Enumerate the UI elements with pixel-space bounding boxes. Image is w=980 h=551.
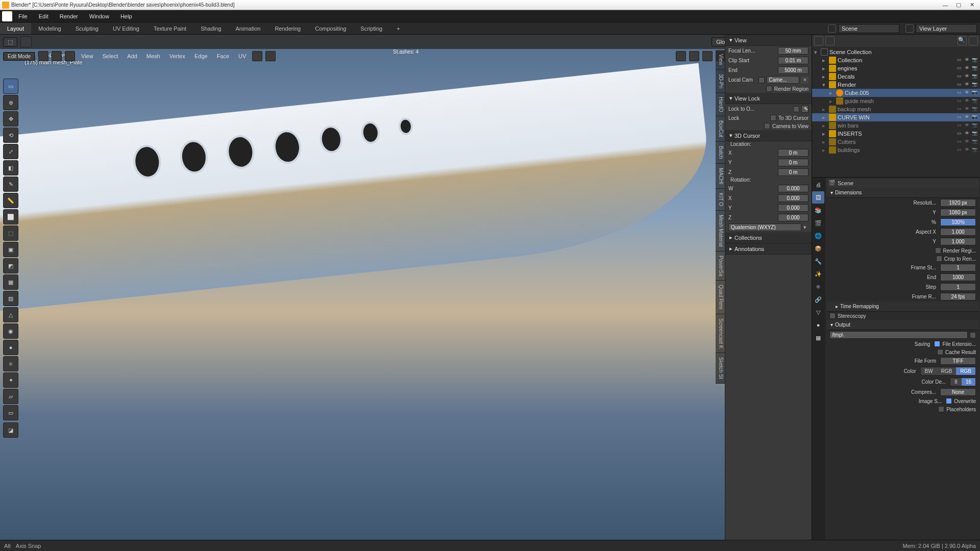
restrict-select-icon[interactable]: ▭ — [956, 106, 963, 113]
restrict-viewport-icon[interactable]: 👁 — [964, 73, 970, 80]
rotx-value[interactable]: 0.000 — [778, 194, 808, 202]
ptab-physics-icon[interactable]: ⚛ — [812, 281, 824, 293]
restrict-render-icon[interactable]: 📷 — [971, 131, 978, 137]
restrict-viewport-icon[interactable]: 👁 — [964, 122, 970, 129]
outliner-item[interactable]: ▸backup mesh▭👁📷 — [812, 105, 980, 113]
editor-type-dropdown[interactable]: ⬚ — [3, 37, 17, 47]
outliner-item[interactable]: ▸Cutters▭👁📷 — [812, 138, 980, 146]
restrict-render-icon[interactable]: 📷 — [971, 122, 978, 129]
tool-boxcutter[interactable]: ◪ — [3, 422, 18, 438]
tool-bevel[interactable]: ◩ — [3, 258, 18, 273]
tool-rip[interactable]: ▭ — [3, 405, 18, 420]
color-segmented[interactable]: BW RGB RGB — [920, 367, 976, 375]
color-rgb[interactable]: RGB — [937, 367, 957, 375]
ntab-batch[interactable]: Batch — [716, 142, 725, 164]
menu-mesh[interactable]: Mesh — [143, 53, 163, 59]
panel-collections-header[interactable]: Collections — [725, 232, 812, 243]
restrict-select-icon[interactable]: ▭ — [956, 90, 963, 96]
mesh-dropdown2-icon[interactable] — [265, 51, 276, 61]
restrict-select-icon[interactable]: ▭ — [956, 57, 963, 64]
ptab-render-icon[interactable]: 🖨 — [812, 179, 824, 191]
stereo-checkbox[interactable] — [829, 313, 836, 319]
outliner-item[interactable]: ▾Render▭👁📷 — [812, 81, 980, 89]
fileform-value[interactable]: TIFF — [940, 357, 976, 365]
clipstart-value[interactable]: 0.01 m — [778, 57, 808, 64]
restrict-viewport-icon[interactable]: 👁 — [964, 90, 970, 96]
menu-add[interactable]: Add — [124, 53, 140, 59]
output-header[interactable]: Output — [826, 320, 979, 330]
scene-name-input[interactable] — [838, 24, 899, 33]
ptab-output-icon[interactable]: 🖼 — [812, 191, 824, 204]
framerate-value[interactable]: 24 fps — [940, 293, 976, 300]
tab-scripting[interactable]: Scripting — [353, 23, 389, 34]
output-path[interactable]: /tmp\ — [829, 331, 968, 339]
cache-checkbox[interactable] — [937, 349, 943, 355]
restrict-render-icon[interactable]: 📷 — [971, 82, 978, 88]
restrict-viewport-icon[interactable]: 👁 — [964, 139, 970, 145]
restrict-render-icon[interactable]: 📷 — [971, 139, 978, 145]
menu-face[interactable]: Face — [214, 53, 232, 59]
tool-rotate[interactable]: ⟲ — [3, 128, 18, 143]
lockto-eyedrop-icon[interactable]: ✎ — [801, 105, 808, 113]
cd-16[interactable]: 16 — [962, 378, 975, 386]
panel-viewlock-header[interactable]: View Lock — [725, 93, 812, 104]
restrict-select-icon[interactable]: ▭ — [956, 65, 963, 72]
panel-annotations-header[interactable]: Annotations — [725, 243, 812, 255]
selectmode-edge-icon[interactable] — [52, 51, 62, 61]
scene-selector[interactable] — [825, 24, 902, 33]
tab-layout[interactable]: Layout — [0, 23, 31, 34]
tool-transform[interactable]: ◧ — [3, 160, 18, 176]
tool-shrink[interactable]: ✦ — [3, 372, 18, 388]
restrict-select-icon[interactable]: ▭ — [956, 139, 963, 145]
restrict-select-icon[interactable]: ▭ — [956, 82, 963, 88]
tab-shading[interactable]: Shading — [193, 23, 228, 34]
tool-extrude[interactable]: ⬚ — [3, 226, 18, 241]
ax-value[interactable]: 1.000 — [940, 228, 976, 236]
ay-value[interactable]: 1.000 — [940, 238, 976, 245]
selectmode-vertex-icon[interactable] — [38, 51, 48, 61]
ntab-kito[interactable]: KIT O — [716, 189, 725, 211]
ntab-meshmat[interactable]: Mesh Material — [716, 211, 725, 252]
ptab-modifier-icon[interactable]: 🔧 — [812, 255, 824, 267]
outliner-item[interactable]: ▸Cube.005▭👁📷 — [812, 89, 980, 97]
restrict-viewport-icon[interactable]: 👁 — [964, 106, 970, 113]
menu-edit[interactable]: Edit — [34, 11, 54, 21]
ntab-screencast[interactable]: Screencast K — [716, 314, 725, 353]
step-value[interactable]: 1 — [940, 283, 976, 291]
restrict-select-icon[interactable]: ▭ — [956, 98, 963, 105]
tool-polybuild[interactable]: △ — [3, 307, 18, 322]
ntab-quadrem[interactable]: Quad Rem — [716, 281, 725, 314]
tab-uvediting[interactable]: UV Editing — [106, 23, 146, 34]
ntab-hardops[interactable]: HardO — [716, 93, 725, 116]
mode-dropdown[interactable]: Edit Mode — [3, 52, 35, 61]
outliner-item[interactable]: ▸win bars▭👁📷 — [812, 121, 980, 130]
dimensions-header[interactable]: Dimensions — [826, 188, 979, 198]
locx-value[interactable]: 0 m — [778, 149, 808, 157]
tool-annotate[interactable]: ✎ — [3, 177, 18, 192]
ptab-material-icon[interactable]: ● — [812, 319, 824, 331]
object-vis-dropdown-icon[interactable] — [676, 51, 686, 61]
locz-value[interactable]: 0 m — [778, 168, 808, 176]
ntab-sketchst[interactable]: Sketch St — [716, 353, 725, 384]
tab-add[interactable]: + — [389, 23, 407, 34]
restrict-render-icon[interactable]: 📷 — [971, 65, 978, 72]
ntab-boxcut[interactable]: BoxCut — [716, 116, 725, 142]
overwrite-checkbox[interactable] — [946, 398, 952, 404]
ptab-viewlayer-icon[interactable]: 📚 — [812, 204, 824, 216]
maximize-button[interactable]: ▢ — [952, 2, 965, 9]
restrict-render-icon[interactable]: 📷 — [971, 98, 978, 105]
gizmo-toggle-icon[interactable] — [689, 51, 699, 61]
tool-edgeslide[interactable]: ≡ — [3, 356, 18, 371]
restrict-render-icon[interactable]: 📷 — [971, 114, 978, 121]
menu-view[interactable]: View — [78, 53, 96, 59]
ptab-scene-icon[interactable]: 🎬 — [812, 217, 824, 229]
ntab-3dpri[interactable]: 3D-Pri — [716, 70, 725, 93]
restrict-viewport-icon[interactable]: 👁 — [964, 82, 970, 88]
panel-3dcursor-header[interactable]: 3D Cursor — [725, 130, 812, 141]
ptab-object-icon[interactable]: 📦 — [812, 242, 824, 255]
frameend-value[interactable]: 1000 — [940, 273, 976, 281]
tab-texturepaint[interactable]: Texture Paint — [146, 23, 193, 34]
tool-select-box[interactable]: ▭ — [3, 79, 18, 94]
outliner-root[interactable]: ▾Scene Collection — [812, 48, 980, 56]
restrict-viewport-icon[interactable]: 👁 — [964, 65, 970, 72]
